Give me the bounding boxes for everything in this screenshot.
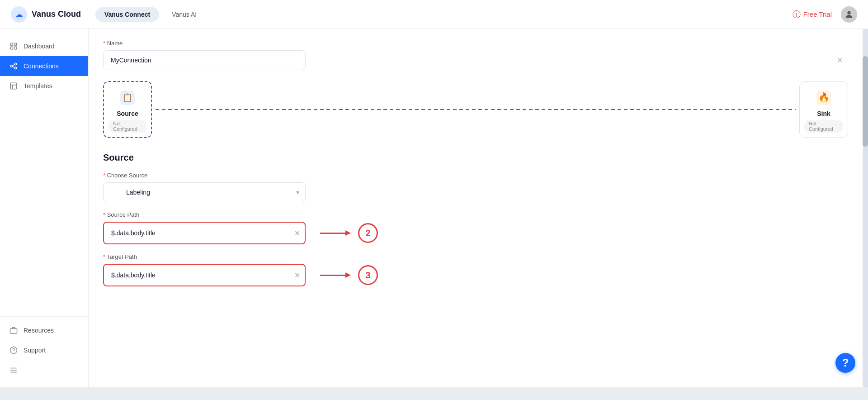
name-input-wrap: ✕ xyxy=(103,50,848,70)
tab-vanus-connect[interactable]: Vanus Connect xyxy=(95,7,159,22)
templates-icon xyxy=(9,81,18,90)
source-section-title: Source xyxy=(103,152,848,163)
choose-source-field: * Choose Source 📋 Labeling ▾ xyxy=(103,172,848,202)
sink-card-icon: 🔥 xyxy=(814,88,833,107)
target-path-input[interactable] xyxy=(103,264,306,286)
main-panel: * Name ✕ 📋 Source Not C xyxy=(89,29,863,387)
sink-card-status: Not Configured xyxy=(804,120,843,133)
sidebar-label-connections: Connections xyxy=(24,62,59,70)
source-path-badge: 2 xyxy=(358,223,378,243)
svg-line-11 xyxy=(13,67,15,68)
name-input[interactable] xyxy=(103,50,306,70)
dashed-line xyxy=(156,109,796,110)
sidebar-item-menu[interactable] xyxy=(0,360,88,380)
source-path-label: * Source Path xyxy=(103,211,848,218)
logo: ☁ Vanus Cloud xyxy=(11,6,81,23)
logo-text: Vanus Cloud xyxy=(32,10,81,19)
source-select-wrap: 📋 Labeling ▾ xyxy=(103,182,306,202)
source-select[interactable]: Labeling xyxy=(103,182,306,202)
target-path-arrow xyxy=(320,275,347,276)
name-required-star: * xyxy=(103,40,107,47)
sidebar-bottom: Resources Support xyxy=(0,313,88,380)
svg-rect-4 xyxy=(14,43,17,45)
connections-icon xyxy=(9,62,18,71)
sidebar-label-templates: Templates xyxy=(24,82,52,90)
svg-text:☁: ☁ xyxy=(15,10,23,19)
source-path-input[interactable] xyxy=(103,222,306,244)
free-trial-icon: ⓘ xyxy=(793,9,801,20)
svg-text:🔥: 🔥 xyxy=(818,92,830,103)
svg-point-7 xyxy=(10,65,13,67)
svg-line-10 xyxy=(13,64,15,66)
svg-rect-6 xyxy=(14,47,17,49)
sidebar-item-resources[interactable]: Resources xyxy=(0,320,88,340)
target-path-annotation-row: ✕ 3 xyxy=(103,264,848,286)
svg-rect-3 xyxy=(10,43,13,45)
free-trial-label: Free Trial xyxy=(803,10,832,18)
support-icon xyxy=(9,346,18,355)
svg-rect-15 xyxy=(10,329,17,333)
source-path-field: * Source Path ✕ 2 xyxy=(103,211,848,244)
target-path-label: * Target Path xyxy=(103,253,848,260)
topnav: ☁ Vanus Cloud Vanus Connect Vanus AI ⓘ F… xyxy=(0,0,868,29)
nav-tabs: Vanus Connect Vanus AI xyxy=(95,7,206,22)
resources-icon xyxy=(9,326,18,335)
choose-source-label: * Choose Source xyxy=(103,172,848,179)
source-card[interactable]: 📋 Source Not Configured xyxy=(103,81,152,138)
target-path-input-wrap: ✕ xyxy=(103,264,306,286)
sidebar-label-support: Support xyxy=(24,347,46,354)
name-label: * Name xyxy=(103,40,848,47)
source-path-clear-icon[interactable]: ✕ xyxy=(294,229,300,238)
scrollbar-thumb[interactable] xyxy=(863,56,868,147)
tab-vanus-ai[interactable]: Vanus AI xyxy=(163,7,206,22)
svg-text:📋: 📋 xyxy=(123,93,133,103)
name-clear-icon[interactable]: ✕ xyxy=(837,56,843,65)
connector-arrow xyxy=(152,109,799,110)
svg-point-2 xyxy=(847,11,850,14)
source-card-icon: 📋 xyxy=(118,88,137,107)
avatar[interactable] xyxy=(841,6,857,23)
menu-icon xyxy=(9,366,18,375)
source-path-arrow-line xyxy=(320,233,347,234)
source-path-input-wrap: ✕ xyxy=(103,222,306,244)
source-path-annotation-row: ✕ 2 xyxy=(103,222,848,244)
source-card-status: Not Configured xyxy=(108,120,146,133)
main-layout: Dashboard Connections Templates Resource… xyxy=(0,29,868,387)
scrollbar-track[interactable] xyxy=(863,29,868,387)
target-path-arrow-line xyxy=(320,275,347,276)
sidebar-label-dashboard: Dashboard xyxy=(24,43,55,50)
svg-point-9 xyxy=(14,67,17,69)
cards-row: 📋 Source Not Configured 🔥 xyxy=(103,81,848,138)
svg-rect-5 xyxy=(10,47,13,49)
source-card-label: Source xyxy=(117,110,138,117)
topnav-right: ⓘ Free Trial xyxy=(793,6,857,23)
bottom-bar xyxy=(0,387,868,400)
sidebar-item-dashboard[interactable]: Dashboard xyxy=(0,36,88,56)
free-trial-button[interactable]: ⓘ Free Trial xyxy=(793,9,832,20)
sidebar-item-connections[interactable]: Connections xyxy=(0,56,88,76)
target-path-field: * Target Path ✕ 3 xyxy=(103,253,848,286)
svg-point-8 xyxy=(14,63,17,65)
sink-card-label: Sink xyxy=(817,110,830,117)
dashboard-icon xyxy=(9,42,18,51)
target-path-badge: 3 xyxy=(358,265,378,285)
sink-card[interactable]: 🔥 Sink Not Configured xyxy=(799,81,848,138)
sidebar: Dashboard Connections Templates Resource… xyxy=(0,29,89,387)
svg-rect-12 xyxy=(10,83,17,89)
source-path-arrow xyxy=(320,233,347,234)
sidebar-item-support[interactable]: Support xyxy=(0,340,88,360)
logo-icon: ☁ xyxy=(11,6,27,23)
content-area: * Name ✕ 📋 Source Not C xyxy=(89,29,868,387)
help-button[interactable]: ? xyxy=(835,353,855,373)
target-path-clear-icon[interactable]: ✕ xyxy=(294,271,300,280)
name-field: * Name ✕ xyxy=(103,40,848,70)
sidebar-label-resources: Resources xyxy=(24,327,54,334)
sidebar-item-templates[interactable]: Templates xyxy=(0,76,88,96)
